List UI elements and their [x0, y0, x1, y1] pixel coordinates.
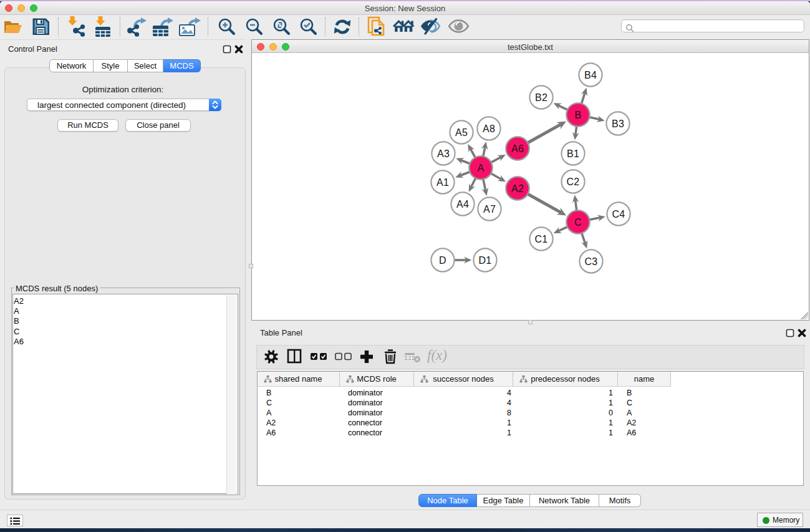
svg-text:C4: C4 — [612, 209, 625, 220]
svg-text:C1: C1 — [534, 234, 547, 244]
svg-text:A1: A1 — [436, 177, 449, 188]
svg-text:A5: A5 — [455, 127, 468, 138]
svg-text:A8: A8 — [483, 123, 495, 134]
svg-text:C2: C2 — [566, 177, 579, 187]
svg-text:C3: C3 — [584, 256, 597, 267]
svg-text:A: A — [478, 163, 485, 173]
svg-text:A7: A7 — [483, 204, 496, 215]
svg-text:D1: D1 — [478, 255, 491, 266]
svg-text:C: C — [574, 217, 582, 228]
svg-text:B1: B1 — [567, 148, 579, 159]
svg-text:A3: A3 — [437, 148, 450, 159]
svg-text:B: B — [575, 110, 582, 120]
svg-text:A2: A2 — [511, 183, 524, 194]
svg-text:B4: B4 — [584, 70, 597, 80]
svg-text:B2: B2 — [535, 92, 547, 103]
svg-text:A6: A6 — [511, 143, 524, 154]
svg-text:A4: A4 — [456, 199, 469, 210]
svg-text:D: D — [439, 255, 446, 266]
svg-text:B3: B3 — [612, 118, 624, 129]
